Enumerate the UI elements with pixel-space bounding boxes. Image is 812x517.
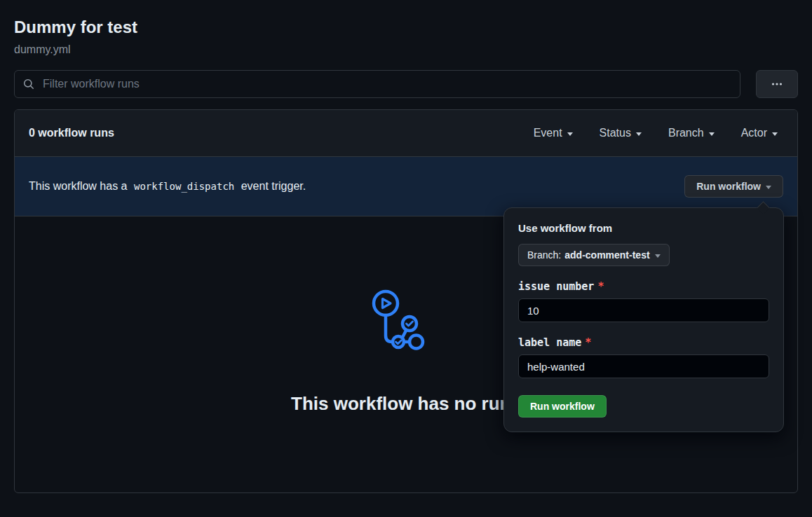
chevron-down-icon bbox=[567, 132, 573, 136]
branch-prefix: Branch: bbox=[527, 249, 561, 261]
run-workflow-dropdown-button[interactable]: Run workflow bbox=[684, 175, 783, 198]
chevron-down-icon bbox=[636, 132, 642, 136]
run-workflow-submit-button[interactable]: Run workflow bbox=[518, 395, 607, 418]
kebab-icon bbox=[771, 78, 783, 90]
filter-event-label: Event bbox=[534, 127, 562, 139]
filter-actor-button[interactable]: Actor bbox=[741, 127, 778, 139]
filter-branch-label: Branch bbox=[668, 127, 704, 139]
toolbar bbox=[14, 70, 798, 98]
field-label-name: label name* bbox=[518, 336, 769, 378]
filter-branch-button[interactable]: Branch bbox=[668, 127, 715, 139]
run-workflow-dropdown-label: Run workflow bbox=[696, 181, 761, 192]
filter-status-button[interactable]: Status bbox=[600, 127, 642, 139]
runs-count: 0 workflow runs bbox=[29, 127, 114, 139]
field-issue-number: issue number* bbox=[518, 280, 769, 322]
branch-name: add-comment-test bbox=[564, 249, 649, 261]
issue-number-label-text: issue number bbox=[518, 280, 594, 293]
filter-status-label: Status bbox=[600, 127, 631, 139]
filter-runs-searchbox bbox=[14, 70, 740, 98]
popover-title: Use workflow from bbox=[518, 222, 769, 234]
filter-event-button[interactable]: Event bbox=[534, 127, 573, 139]
required-asterisk: * bbox=[585, 336, 591, 349]
chevron-down-icon bbox=[655, 254, 661, 258]
label-name-label-text: label name bbox=[518, 336, 581, 349]
banner-code-workflow-dispatch: workflow_dispatch bbox=[134, 181, 234, 192]
chevron-down-icon bbox=[709, 132, 715, 136]
workflow-file-name: dummy.yml bbox=[14, 43, 798, 56]
issue-number-label: issue number* bbox=[518, 280, 769, 293]
chevron-down-icon bbox=[772, 132, 778, 136]
runs-panel-header: 0 workflow runs Event Status Branch Acto… bbox=[15, 110, 797, 157]
filter-actor-label: Actor bbox=[741, 127, 767, 139]
issue-number-input[interactable] bbox=[518, 298, 769, 322]
empty-state-heading: This workflow has no runs bbox=[291, 393, 521, 415]
required-asterisk: * bbox=[597, 280, 604, 293]
page-title: Dummy for test bbox=[14, 17, 798, 38]
workflow-graph-icon bbox=[370, 287, 442, 357]
banner-text: This workflow has a workflow_dispatch ev… bbox=[29, 180, 306, 193]
chevron-down-icon bbox=[766, 186, 771, 189]
filter-workflow-runs-input[interactable] bbox=[41, 77, 731, 91]
workflow-runs-page: Dummy for test dummy.yml 0 workflow runs… bbox=[0, 0, 812, 517]
banner-text-after: event trigger. bbox=[241, 180, 306, 192]
branch-select-button[interactable]: Branch: add-comment-test bbox=[518, 244, 670, 266]
workflow-options-button[interactable] bbox=[756, 70, 798, 98]
run-workflow-popover: Use workflow from Branch: add-comment-te… bbox=[503, 207, 784, 432]
run-filters: Event Status Branch Actor bbox=[534, 127, 778, 139]
label-name-input[interactable] bbox=[518, 354, 769, 378]
banner-text-before: This workflow has a bbox=[29, 180, 128, 192]
search-icon bbox=[23, 78, 34, 90]
label-name-label: label name* bbox=[518, 336, 769, 349]
